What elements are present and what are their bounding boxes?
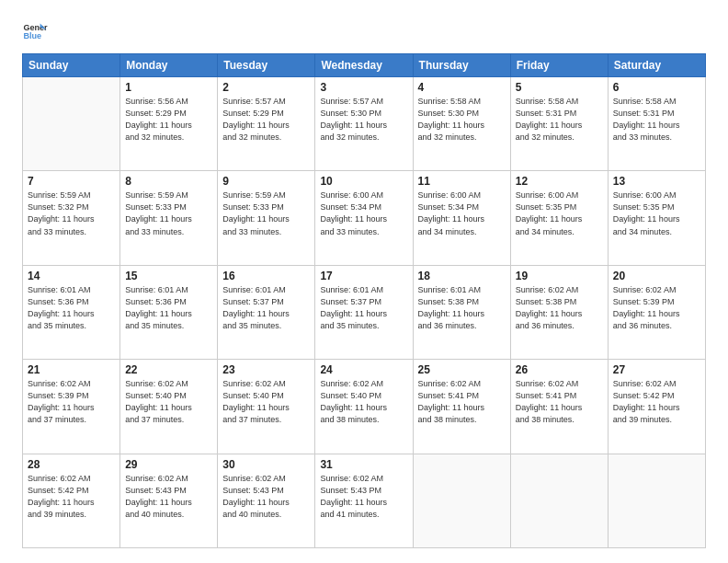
day-info: Sunrise: 5:59 AM Sunset: 5:33 PM Dayligh… <box>125 190 212 237</box>
day-info: Sunrise: 5:57 AM Sunset: 5:29 PM Dayligh… <box>222 96 310 144</box>
calendar-week-row: 7Sunrise: 5:59 AM Sunset: 5:32 PM Daylig… <box>23 171 706 265</box>
calendar-cell <box>608 454 705 547</box>
logo: General Blue <box>22 18 51 44</box>
day-number: 24 <box>320 363 407 376</box>
svg-text:General: General <box>23 23 48 32</box>
calendar-cell: 26Sunrise: 6:02 AM Sunset: 5:41 PM Dayli… <box>510 360 608 454</box>
calendar-cell: 8Sunrise: 5:59 AM Sunset: 5:33 PM Daylig… <box>120 171 218 265</box>
day-info: Sunrise: 5:58 AM Sunset: 5:30 PM Dayligh… <box>418 96 506 144</box>
day-number: 10 <box>320 175 407 188</box>
calendar-body: 1Sunrise: 5:56 AM Sunset: 5:29 PM Daylig… <box>23 77 706 548</box>
calendar-cell: 28Sunrise: 6:02 AM Sunset: 5:42 PM Dayli… <box>23 454 120 547</box>
calendar-cell: 25Sunrise: 6:02 AM Sunset: 5:41 PM Dayli… <box>413 360 510 454</box>
day-info: Sunrise: 6:02 AM Sunset: 5:40 PM Dayligh… <box>125 378 212 426</box>
calendar-cell: 29Sunrise: 6:02 AM Sunset: 5:43 PM Dayli… <box>120 454 218 547</box>
calendar-header-cell: Wednesday <box>315 54 413 77</box>
calendar-cell: 19Sunrise: 6:02 AM Sunset: 5:38 PM Dayli… <box>510 265 608 359</box>
day-number: 8 <box>125 175 212 188</box>
header: General Blue <box>22 18 706 44</box>
calendar-cell: 13Sunrise: 6:00 AM Sunset: 5:35 PM Dayli… <box>608 171 705 265</box>
day-info: Sunrise: 6:02 AM Sunset: 5:39 PM Dayligh… <box>613 284 700 332</box>
day-info: Sunrise: 5:58 AM Sunset: 5:31 PM Dayligh… <box>516 96 603 144</box>
calendar-cell: 24Sunrise: 6:02 AM Sunset: 5:40 PM Dayli… <box>315 360 413 454</box>
day-number: 31 <box>320 458 407 471</box>
day-number: 7 <box>28 175 115 188</box>
calendar-header-cell: Tuesday <box>218 54 315 77</box>
day-info: Sunrise: 6:02 AM Sunset: 5:40 PM Dayligh… <box>320 378 407 426</box>
calendar-cell: 20Sunrise: 6:02 AM Sunset: 5:39 PM Dayli… <box>608 265 705 359</box>
day-info: Sunrise: 6:01 AM Sunset: 5:37 PM Dayligh… <box>222 284 310 332</box>
day-number: 2 <box>222 81 310 94</box>
calendar-cell: 9Sunrise: 5:59 AM Sunset: 5:33 PM Daylig… <box>218 171 315 265</box>
calendar-cell: 30Sunrise: 6:02 AM Sunset: 5:43 PM Dayli… <box>218 454 315 547</box>
day-number: 30 <box>222 458 310 471</box>
calendar-cell: 14Sunrise: 6:01 AM Sunset: 5:36 PM Dayli… <box>23 265 120 359</box>
day-number: 25 <box>418 363 506 376</box>
day-number: 3 <box>320 81 407 94</box>
calendar-header-cell: Thursday <box>413 54 510 77</box>
day-number: 28 <box>28 458 115 471</box>
calendar-header-cell: Friday <box>510 54 608 77</box>
calendar-header-cell: Sunday <box>23 54 120 77</box>
day-info: Sunrise: 6:02 AM Sunset: 5:39 PM Dayligh… <box>28 378 115 426</box>
calendar-cell: 5Sunrise: 5:58 AM Sunset: 5:31 PM Daylig… <box>510 77 608 171</box>
logo-icon: General Blue <box>22 18 48 44</box>
day-info: Sunrise: 6:01 AM Sunset: 5:38 PM Dayligh… <box>418 284 506 332</box>
day-info: Sunrise: 6:01 AM Sunset: 5:37 PM Dayligh… <box>320 284 407 332</box>
day-info: Sunrise: 6:02 AM Sunset: 5:42 PM Dayligh… <box>28 473 115 521</box>
day-number: 1 <box>125 81 212 94</box>
calendar-table: SundayMondayTuesdayWednesdayThursdayFrid… <box>22 53 706 548</box>
day-info: Sunrise: 6:02 AM Sunset: 5:41 PM Dayligh… <box>418 378 506 426</box>
day-number: 11 <box>418 175 506 188</box>
day-info: Sunrise: 6:00 AM Sunset: 5:35 PM Dayligh… <box>516 190 603 237</box>
day-number: 15 <box>125 270 212 282</box>
day-info: Sunrise: 5:59 AM Sunset: 5:33 PM Dayligh… <box>222 190 310 237</box>
day-number: 12 <box>516 175 603 188</box>
calendar-cell: 1Sunrise: 5:56 AM Sunset: 5:29 PM Daylig… <box>120 77 218 171</box>
calendar-cell: 31Sunrise: 6:02 AM Sunset: 5:43 PM Dayli… <box>315 454 413 547</box>
day-info: Sunrise: 6:02 AM Sunset: 5:43 PM Dayligh… <box>222 473 310 521</box>
calendar-cell: 15Sunrise: 6:01 AM Sunset: 5:36 PM Dayli… <box>120 265 218 359</box>
svg-text:Blue: Blue <box>23 31 41 40</box>
calendar-cell: 12Sunrise: 6:00 AM Sunset: 5:35 PM Dayli… <box>510 171 608 265</box>
calendar-cell <box>510 454 608 547</box>
day-number: 23 <box>222 363 310 376</box>
day-info: Sunrise: 6:02 AM Sunset: 5:43 PM Dayligh… <box>125 473 212 521</box>
day-number: 17 <box>320 270 407 282</box>
calendar-cell: 4Sunrise: 5:58 AM Sunset: 5:30 PM Daylig… <box>413 77 510 171</box>
calendar-cell: 3Sunrise: 5:57 AM Sunset: 5:30 PM Daylig… <box>315 77 413 171</box>
calendar-header-cell: Monday <box>120 54 218 77</box>
day-info: Sunrise: 5:59 AM Sunset: 5:32 PM Dayligh… <box>28 190 115 237</box>
page: General Blue SundayMondayTuesdayWednesda… <box>0 0 728 563</box>
day-number: 21 <box>28 363 115 376</box>
calendar-cell: 2Sunrise: 5:57 AM Sunset: 5:29 PM Daylig… <box>218 77 315 171</box>
day-number: 29 <box>125 458 212 471</box>
day-info: Sunrise: 6:02 AM Sunset: 5:38 PM Dayligh… <box>516 284 603 332</box>
calendar-cell: 23Sunrise: 6:02 AM Sunset: 5:40 PM Dayli… <box>218 360 315 454</box>
day-number: 16 <box>222 270 310 282</box>
day-number: 6 <box>613 81 700 94</box>
calendar-cell: 21Sunrise: 6:02 AM Sunset: 5:39 PM Dayli… <box>23 360 120 454</box>
day-number: 26 <box>516 363 603 376</box>
day-info: Sunrise: 5:57 AM Sunset: 5:30 PM Dayligh… <box>320 96 407 144</box>
day-number: 20 <box>613 270 700 282</box>
calendar-header-row: SundayMondayTuesdayWednesdayThursdayFrid… <box>23 54 706 77</box>
day-info: Sunrise: 5:58 AM Sunset: 5:31 PM Dayligh… <box>613 96 700 144</box>
calendar-cell: 18Sunrise: 6:01 AM Sunset: 5:38 PM Dayli… <box>413 265 510 359</box>
day-number: 18 <box>418 270 506 282</box>
day-number: 22 <box>125 363 212 376</box>
day-number: 4 <box>418 81 506 94</box>
calendar-week-row: 14Sunrise: 6:01 AM Sunset: 5:36 PM Dayli… <box>23 265 706 359</box>
day-info: Sunrise: 6:01 AM Sunset: 5:36 PM Dayligh… <box>28 284 115 332</box>
calendar-cell <box>413 454 510 547</box>
day-number: 27 <box>613 363 700 376</box>
day-number: 5 <box>516 81 603 94</box>
calendar-week-row: 28Sunrise: 6:02 AM Sunset: 5:42 PM Dayli… <box>23 454 706 547</box>
day-info: Sunrise: 6:02 AM Sunset: 5:41 PM Dayligh… <box>516 378 603 426</box>
calendar-cell: 27Sunrise: 6:02 AM Sunset: 5:42 PM Dayli… <box>608 360 705 454</box>
calendar-cell: 11Sunrise: 6:00 AM Sunset: 5:34 PM Dayli… <box>413 171 510 265</box>
calendar-week-row: 21Sunrise: 6:02 AM Sunset: 5:39 PM Dayli… <box>23 360 706 454</box>
calendar-cell: 10Sunrise: 6:00 AM Sunset: 5:34 PM Dayli… <box>315 171 413 265</box>
day-info: Sunrise: 6:00 AM Sunset: 5:35 PM Dayligh… <box>613 190 700 237</box>
day-number: 19 <box>516 270 603 282</box>
